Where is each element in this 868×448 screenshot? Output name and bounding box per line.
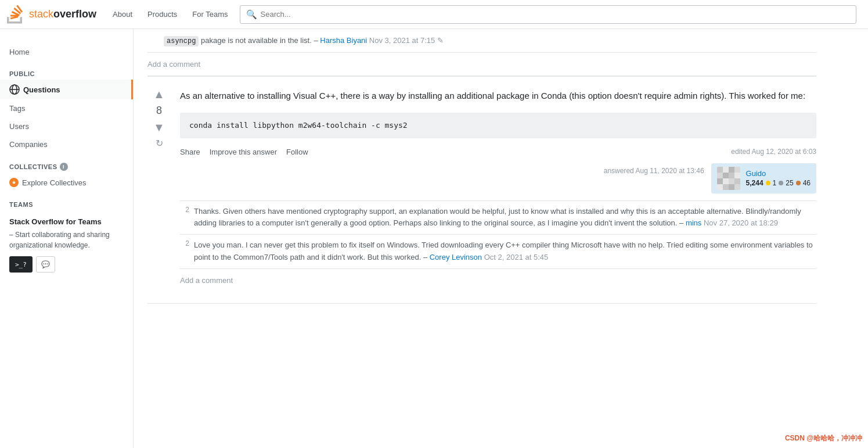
- silver-count: 25: [786, 179, 793, 187]
- sidebar-item-home[interactable]: Home: [0, 43, 133, 61]
- user-name-link[interactable]: Guido: [746, 169, 766, 178]
- sidebar-item-tags[interactable]: Tags: [0, 99, 133, 117]
- add-comment-bottom-link[interactable]: Add a comment: [180, 273, 816, 288]
- sidebar-teams-section: TEAMS: [0, 192, 133, 210]
- companies-label: Companies: [9, 140, 48, 149]
- top-comment-text: asyncpg pakage is not available in the l…: [164, 35, 444, 46]
- comment-1-vote: 2: [180, 206, 189, 214]
- svg-rect-10: [729, 173, 734, 178]
- top-comment-author-link[interactable]: Harsha Biyani: [320, 36, 367, 45]
- svg-rect-9: [723, 173, 729, 178]
- nav-for-teams[interactable]: For Teams: [185, 5, 235, 23]
- add-comment-bottom-area: Add a comment: [180, 268, 816, 292]
- svg-rect-19: [734, 184, 740, 190]
- top-comment-body: pakage is not available in the list.: [199, 36, 311, 45]
- teams-desc: – Start collaborating and sharing organi…: [9, 230, 124, 250]
- comment-row-1: 2 Thanks. Given others have mentioned cr…: [180, 200, 816, 235]
- header: stackoverflow About Products For Teams 🔍: [0, 0, 868, 29]
- teams-chat-button[interactable]: 💬: [36, 256, 55, 273]
- svg-rect-5: [723, 167, 729, 173]
- answer-text: As an alternative to installing Visual C…: [180, 88, 816, 103]
- answer-body: As an alternative to installing Visual C…: [180, 88, 816, 292]
- avatar-svg: [717, 167, 740, 190]
- answer-actions: Share Improve this answer Follow edited …: [180, 148, 816, 156]
- gold-dot: [766, 181, 770, 185]
- vote-column: ▲ 8 ▼ ↻: [147, 88, 171, 292]
- bronze-dot: [796, 181, 801, 185]
- page-wrapper: Home PUBLIC Questions Tags Users Compani…: [0, 29, 868, 304]
- svg-rect-4: [717, 167, 723, 173]
- rep-value: 5,244: [746, 179, 763, 187]
- comment-2-vote: 2: [180, 239, 189, 248]
- asyncpg-code: asyncpg: [164, 36, 199, 46]
- svg-rect-15: [734, 178, 740, 184]
- svg-rect-12: [717, 178, 723, 184]
- answered-label: answered Aug 11, 2020 at 13:46: [604, 167, 704, 175]
- collectives-star-icon: ★: [9, 178, 19, 187]
- user-rep: 5,244 1 25 46: [746, 179, 811, 187]
- svg-rect-16: [717, 184, 723, 190]
- tags-label: Tags: [9, 104, 25, 113]
- svg-rect-17: [723, 184, 729, 190]
- answer-block: ▲ 8 ▼ ↻ As an alternative to installing …: [147, 77, 816, 304]
- comment-2-author[interactable]: Corey Levinson: [430, 253, 482, 261]
- logo-stack: stack: [29, 8, 53, 20]
- user-avatar: [717, 167, 740, 190]
- user-info: Guido 5,244 1 25 46: [746, 169, 811, 187]
- svg-rect-14: [729, 178, 734, 184]
- comment-row-2: 2 Love you man. I can never get this pro…: [180, 234, 816, 268]
- gold-count: 1: [773, 179, 777, 187]
- add-comment-top-area: Add a comment: [147, 53, 816, 76]
- comment-1-body: Thanks. Given others have mentioned cryp…: [194, 206, 816, 230]
- history-button[interactable]: ↻: [156, 138, 163, 149]
- user-card: Guido 5,244 1 25 46: [711, 163, 816, 193]
- edit-info: edited Aug 12, 2020 at 6:03: [731, 148, 816, 156]
- questions-label: Questions: [23, 85, 60, 94]
- sidebar-item-companies[interactable]: Companies: [0, 135, 133, 153]
- improve-link[interactable]: Improve this answer: [210, 148, 277, 156]
- follow-link[interactable]: Follow: [286, 148, 308, 156]
- top-comment-block: asyncpg pakage is not available in the l…: [147, 29, 816, 53]
- svg-rect-7: [734, 167, 740, 173]
- svg-rect-6: [729, 167, 734, 173]
- nav-about[interactable]: About: [106, 5, 139, 23]
- explore-collectives-label: Explore Collectives: [22, 178, 87, 187]
- edited-timestamp: edited Aug 12, 2020 at 6:03: [731, 148, 816, 156]
- silver-dot: [779, 181, 783, 185]
- terminal-icon: >_?: [15, 261, 27, 268]
- bronze-count: 46: [803, 179, 811, 187]
- search-input[interactable]: [261, 10, 851, 19]
- upvote-button[interactable]: ▲: [153, 88, 165, 100]
- search-bar[interactable]: 🔍: [240, 5, 857, 24]
- teams-terminal-button[interactable]: >_?: [9, 256, 33, 273]
- main-nav: About Products For Teams: [106, 5, 235, 23]
- sidebar-item-users[interactable]: Users: [0, 117, 133, 135]
- user-card-area: answered Aug 11, 2020 at 13:46: [180, 163, 816, 193]
- teams-cta: >_? 💬: [9, 256, 124, 273]
- top-comment-timestamp: Nov 3, 2021 at 7:15: [369, 36, 435, 45]
- info-icon: i: [60, 163, 68, 171]
- comment-1-author[interactable]: mins: [686, 218, 701, 227]
- globe-icon: [9, 84, 20, 95]
- logo[interactable]: stackoverflow: [7, 3, 96, 25]
- home-label: Home: [9, 48, 30, 56]
- conda-command: conda install libpython m2w64-toolchain …: [189, 121, 408, 130]
- main-content: asyncpg pakage is not available in the l…: [134, 29, 830, 304]
- sidebar-item-explore-collectives[interactable]: ★ Explore Collectives: [0, 173, 133, 192]
- svg-rect-8: [717, 173, 723, 178]
- downvote-button[interactable]: ▼: [153, 121, 165, 133]
- sidebar-public-label: PUBLIC: [0, 61, 133, 80]
- add-comment-top-link[interactable]: Add a comment: [147, 56, 816, 72]
- logo-overflow: overflow: [53, 8, 96, 20]
- collectives-label: COLLECTIVES: [9, 163, 57, 170]
- sidebar-collectives-section: COLLECTIVES i: [0, 153, 133, 173]
- share-link[interactable]: Share: [180, 148, 200, 156]
- sidebar-item-questions[interactable]: Questions: [0, 80, 133, 99]
- comment-2-body: Love you man. I can never get this probl…: [194, 239, 816, 264]
- nav-products[interactable]: Products: [141, 5, 184, 23]
- teams-label: TEAMS: [9, 201, 33, 208]
- edit-pencil-icon[interactable]: ✎: [437, 36, 444, 45]
- search-icon: 🔍: [246, 9, 257, 20]
- teams-promo: Stack Overflow for Teams – Start collabo…: [0, 210, 133, 279]
- comments-section: 2 Thanks. Given others have mentioned cr…: [180, 200, 816, 292]
